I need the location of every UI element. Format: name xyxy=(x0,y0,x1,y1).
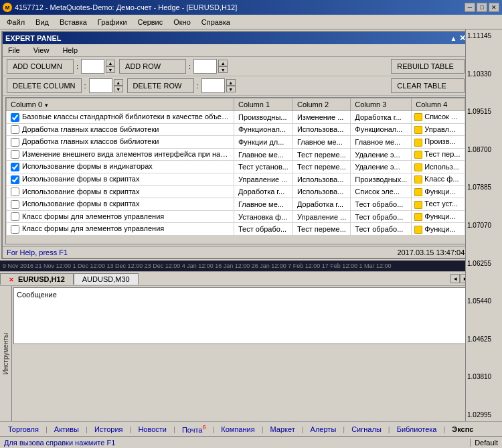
price-10: 1.03810 xyxy=(467,373,501,380)
add-column-button[interactable]: ADD COLUMN xyxy=(7,59,74,74)
menu-help[interactable]: Справка xyxy=(196,17,236,27)
clear-table-button[interactable]: CLEAR TABLE xyxy=(391,78,465,93)
menu-charts[interactable]: Графики xyxy=(92,17,133,27)
delete-row-button[interactable]: DELETE ROW xyxy=(127,78,194,93)
add-column-up[interactable]: ▲ xyxy=(106,60,115,66)
close-button[interactable]: ✕ xyxy=(489,3,499,12)
row-checkbox[interactable] xyxy=(11,150,19,159)
row-icon xyxy=(414,226,422,234)
expert-panel-label: EXPERT PANEL xyxy=(5,34,62,42)
tab-experts[interactable]: Экспс xyxy=(446,424,479,435)
col-header-0: Column 0▾ xyxy=(7,98,234,111)
row-icon xyxy=(414,175,422,183)
bottom-status-default: Default xyxy=(470,439,502,447)
add-row-spinner[interactable]: ▲ ▼ xyxy=(218,60,228,73)
delete-column-down[interactable]: ▼ xyxy=(114,86,123,92)
menu-insert[interactable]: Вставка xyxy=(54,17,92,27)
menu-view[interactable]: Вид xyxy=(30,17,54,27)
expert-panel-pin[interactable]: ▲ xyxy=(450,35,456,42)
tab-company[interactable]: Компания xyxy=(216,424,260,435)
row-checkbox[interactable] xyxy=(11,113,19,122)
tab-history[interactable]: История xyxy=(89,424,129,435)
chart-tab-audusd[interactable]: AUDUSD,M30 xyxy=(74,273,139,285)
maximize-button[interactable]: □ xyxy=(477,3,487,12)
add-row-up[interactable]: ▲ xyxy=(218,60,228,66)
add-column-input[interactable]: 0 xyxy=(81,59,104,74)
add-row-input[interactable]: 0 xyxy=(193,59,217,74)
bottom-status-help: Для вызова справки нажмите F1 xyxy=(0,439,470,447)
add-row-down[interactable]: ▼ xyxy=(218,66,228,73)
minimize-button[interactable]: ─ xyxy=(465,3,475,12)
tab-trading[interactable]: Торговля xyxy=(3,424,44,435)
row-checkbox[interactable] xyxy=(11,138,19,147)
bottom-status-bar: Для вызова справки нажмите F1 Default xyxy=(0,436,502,448)
price-2: 1.10330 xyxy=(467,70,501,78)
expert-menu-help[interactable]: Help xyxy=(61,46,79,55)
delete-column-spinner[interactable]: ▲ ▼ xyxy=(114,79,123,92)
price-8: 1.05440 xyxy=(467,297,501,305)
row-icon xyxy=(414,151,422,159)
row-icon xyxy=(414,213,422,221)
tab-market[interactable]: Маркет xyxy=(265,424,301,435)
menu-file[interactable]: Файл xyxy=(1,17,30,27)
tab-mail[interactable]: Почта6 xyxy=(177,423,212,435)
add-column-down[interactable]: ▼ xyxy=(106,66,115,73)
tab-alerts[interactable]: Алерты xyxy=(305,424,342,435)
data-table: Column 0▾ Column 1 Column 2 Column 3 Col… xyxy=(5,97,466,244)
row-icon xyxy=(414,201,422,209)
row-checkbox[interactable] xyxy=(11,200,19,209)
chart-tab-eurusd-close[interactable]: ✕ xyxy=(9,277,14,283)
row-checkbox[interactable] xyxy=(11,188,19,196)
table-row: Доработка главных классов библиотекиФунк… xyxy=(7,123,465,136)
add-column-spinner[interactable]: ▲ ▼ xyxy=(106,60,115,73)
tab-assets[interactable]: Активы xyxy=(49,424,84,435)
menu-bar: Файл Вид Вставка Графики Сервис Окно Спр… xyxy=(0,15,502,29)
tab-signals[interactable]: Сигналы xyxy=(346,424,387,435)
delete-row-up[interactable]: ▲ xyxy=(226,79,236,86)
price-4: 1.08700 xyxy=(467,146,501,153)
status-datetime: 2017.03.15 13:47:04 xyxy=(397,248,465,256)
tab-news[interactable]: Новости xyxy=(133,424,172,435)
chart-tabs: ✕ EURUSD,H12 AUDUSD,M30 ◄ ► xyxy=(0,271,471,286)
price-3: 1.09515 xyxy=(467,108,501,115)
bottom-area: Инструменты Сообщение xyxy=(0,286,471,421)
row-icon xyxy=(414,163,422,171)
mail-badge: 6 xyxy=(202,424,205,431)
price-5: 1.07885 xyxy=(467,183,501,191)
expert-panel-menu: File View Help xyxy=(3,44,469,57)
row-icon xyxy=(414,139,422,147)
row-checkbox[interactable] xyxy=(11,125,19,134)
row-checkbox[interactable] xyxy=(11,225,19,234)
expert-menu-file[interactable]: File xyxy=(7,46,21,55)
tab-library[interactable]: Библиотека xyxy=(392,424,442,435)
table-row: Изменение внешнего вида элементов интерф… xyxy=(7,148,465,161)
price-6: 1.07070 xyxy=(467,222,501,229)
delete-column-button[interactable]: DELETE COLUMN xyxy=(7,78,82,93)
table-row: Использование формы в скриптахУправление… xyxy=(7,173,465,185)
chart-tab-eurusd[interactable]: ✕ EURUSD,H12 xyxy=(0,273,74,285)
table-row: Использование формы в скриптахГлавное ме… xyxy=(7,198,465,211)
expert-menu-view[interactable]: View xyxy=(32,46,51,55)
delete-row-input[interactable]: 0 xyxy=(201,78,225,93)
panel-status-bar: For Help, press F1 2017.03.15 13:47:04 xyxy=(3,246,469,258)
delete-column-input[interactable]: 0 xyxy=(89,78,112,93)
col-header-4: Column 4 xyxy=(412,98,465,111)
menu-service[interactable]: Сервис xyxy=(133,17,169,27)
bottom-tabs: Торговля | Активы | История | Новости | … xyxy=(0,421,502,436)
side-label-text: Инструменты xyxy=(2,333,9,374)
chart-tab-prev[interactable]: ◄ xyxy=(450,274,460,283)
price-7: 1.06255 xyxy=(467,260,501,267)
rebuild-table-button[interactable]: REBUILD TABLE xyxy=(391,59,465,74)
table-row: Базовые классы стандартной библиотеки в … xyxy=(7,111,465,124)
add-row-button[interactable]: ADD ROW xyxy=(119,59,186,74)
title-text: 4157712 - MetaQuotes-Demo: Демо-счет - H… xyxy=(15,3,237,11)
delete-row-spinner[interactable]: ▲ ▼ xyxy=(226,79,236,92)
row-icon xyxy=(414,188,422,196)
delete-row-down[interactable]: ▼ xyxy=(226,86,236,92)
menu-window[interactable]: Окно xyxy=(168,17,196,27)
row-checkbox[interactable] xyxy=(11,212,19,221)
row-checkbox[interactable] xyxy=(11,175,19,184)
delete-column-up[interactable]: ▲ xyxy=(114,79,123,86)
side-label-container: Инструменты xyxy=(0,286,12,421)
row-checkbox[interactable] xyxy=(11,163,19,171)
